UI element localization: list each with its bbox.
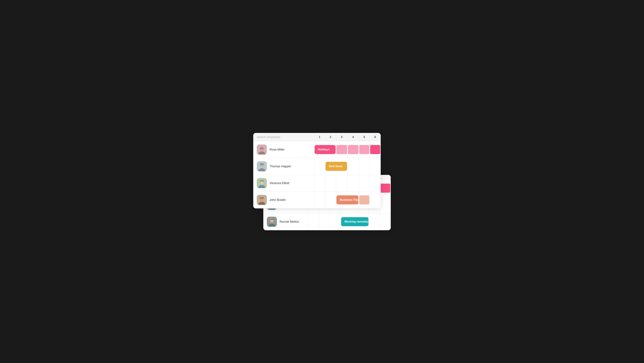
cal-cell[interactable]: Working remotely xyxy=(340,213,369,230)
employee-name: Rosa Miller xyxy=(270,148,284,151)
cal-cell xyxy=(380,197,391,213)
event-bar-sick[interactable]: Sick leave xyxy=(326,162,347,171)
employee-info: Ronnie Melton xyxy=(267,217,304,227)
cal-cell xyxy=(336,141,347,158)
event-faded xyxy=(359,145,369,154)
employee-name-cell: Rosa Miller xyxy=(254,141,314,158)
col-5-header: 5 xyxy=(359,133,370,141)
col-2-header: 2 xyxy=(325,133,336,141)
event-bar-holidays[interactable]: Holidays xyxy=(314,145,336,154)
event-bar-remote[interactable]: Working remotely xyxy=(341,217,368,226)
event-faded xyxy=(336,145,347,154)
header-row: Search employees 1 2 3 4 5 xyxy=(254,133,381,141)
col-3-header: 3 xyxy=(336,133,347,141)
cal-cell xyxy=(347,175,359,191)
cal-cell xyxy=(380,213,391,230)
cal-cell[interactable]: Business Trip xyxy=(336,191,359,208)
cal-cell xyxy=(370,191,381,208)
employee-info: Thomas Happel xyxy=(257,161,311,171)
avatar xyxy=(257,161,267,171)
cal-cell xyxy=(325,191,336,208)
employee-name-cell: Ronnie Melton xyxy=(264,213,308,230)
cal-cell xyxy=(370,175,381,191)
svg-point-17 xyxy=(262,198,263,199)
cal-cell xyxy=(380,180,391,197)
cal-cell[interactable]: Sick leave xyxy=(325,158,347,175)
cal-cell xyxy=(369,213,380,230)
cal-cell xyxy=(347,141,359,158)
employee-name-cell: Thomas Happel xyxy=(254,158,314,175)
employee-info: Vanessa Elliott xyxy=(257,178,311,188)
table-row: Vanessa Elliott xyxy=(254,175,381,191)
avatar xyxy=(257,178,267,188)
cal-cell xyxy=(330,213,340,230)
employee-name: Thomas Happel xyxy=(270,165,291,168)
cal-cell xyxy=(319,213,330,230)
cal-cell xyxy=(370,158,381,175)
employee-name-cell: Vanessa Elliott xyxy=(254,175,314,191)
svg-rect-3 xyxy=(259,148,264,149)
scene: Search employees 1 2 3 4 5 xyxy=(253,133,391,230)
table-row: Rosa Miller Holidays xyxy=(254,141,381,158)
employee-name-cell: John Bowlin xyxy=(254,191,314,208)
cal-cell xyxy=(359,158,370,175)
col-4-header: 4 xyxy=(347,133,359,141)
cal-cell[interactable]: Holidays xyxy=(314,141,336,158)
table-row: Ronnie Melton Working remotely xyxy=(264,213,391,230)
event-bar xyxy=(370,145,380,154)
avatar xyxy=(267,217,277,227)
svg-rect-9 xyxy=(260,164,264,165)
event-bar-business[interactable]: Business Trip xyxy=(336,195,358,204)
svg-point-4 xyxy=(260,148,262,149)
top-schedule-table: Search employees 1 2 3 4 5 xyxy=(253,133,381,208)
cal-cell xyxy=(336,175,347,191)
employee-name: Vanessa Elliott xyxy=(270,181,289,185)
employee-name: John Bowlin xyxy=(270,198,286,202)
search-placeholder-text: Search employees xyxy=(257,135,280,139)
employee-info: John Bowlin xyxy=(257,195,311,205)
cal-cell xyxy=(359,175,370,191)
cal-cell xyxy=(314,175,325,191)
cal-cell xyxy=(308,213,319,230)
cal-cell xyxy=(325,175,336,191)
table-row: John Bowlin Business Trip xyxy=(254,191,381,208)
svg-rect-18 xyxy=(260,197,264,198)
cal-cell xyxy=(347,158,359,175)
avatar xyxy=(257,145,267,155)
employee-info: Rosa Miller xyxy=(257,145,311,155)
employee-name: Ronnie Melton xyxy=(280,220,299,224)
svg-point-16 xyxy=(260,198,262,199)
avatar xyxy=(257,195,267,205)
event-business-faded xyxy=(359,195,369,204)
cal-cell xyxy=(359,191,370,208)
search-header[interactable]: Search employees xyxy=(254,133,314,141)
col-6-header: 6 xyxy=(370,133,381,141)
table-row: Thomas Happel Sick leave xyxy=(254,158,381,175)
cal-cell xyxy=(359,141,370,158)
col-b7-header xyxy=(380,175,391,180)
svg-point-5 xyxy=(262,148,263,149)
cal-cell xyxy=(314,191,325,208)
col-1-header: 1 xyxy=(314,133,325,141)
cal-cell xyxy=(314,158,325,175)
cal-cell xyxy=(370,141,381,158)
top-card: Search employees 1 2 3 4 5 xyxy=(253,133,381,208)
event-faded xyxy=(348,145,358,154)
event-bar xyxy=(380,184,390,193)
